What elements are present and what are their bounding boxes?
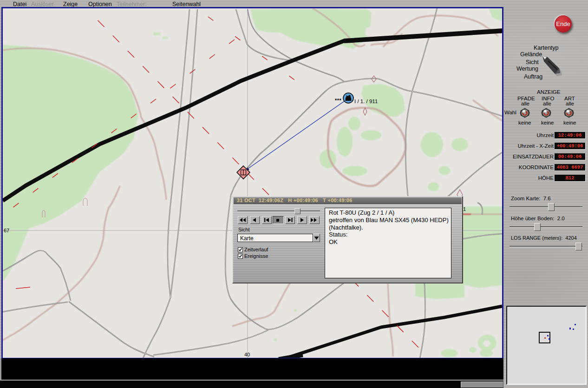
svg-text:67: 67 bbox=[4, 228, 9, 233]
svg-text:1: 1 bbox=[463, 206, 466, 212]
svg-text:40: 40 bbox=[244, 352, 250, 357]
svg-text:***: *** bbox=[335, 98, 342, 103]
svg-text:I / 1. / 911: I / 1. / 911 bbox=[354, 99, 378, 104]
